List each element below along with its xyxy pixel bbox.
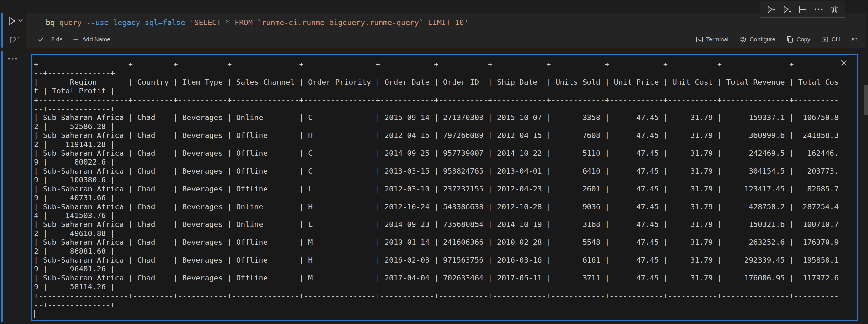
scrollbar-thumb[interactable] [864,85,868,115]
terminal-cursor [34,310,35,318]
copy-button[interactable]: Copy [786,36,810,43]
language-picker[interactable]: sh [851,36,858,43]
plus-icon [72,36,80,43]
language-label: sh [851,36,858,43]
more-actions-button[interactable] [813,4,825,15]
play-up-icon [765,4,777,15]
cli-button[interactable]: CLI [821,36,841,43]
success-check-icon [37,35,45,43]
terminal-icon [696,36,703,43]
copy-label: Copy [797,36,810,43]
output-options-button[interactable] [7,57,19,61]
execute-cell-and-below-button[interactable] [781,4,793,15]
terminal-button[interactable]: Terminal [696,36,728,43]
query-result-table: +--------------------+---------+--------… [32,55,857,318]
execute-above-button[interactable] [765,4,777,15]
ellipsis-icon [7,57,19,61]
gear-icon [739,36,747,43]
cell-focus-bar [1,13,3,48]
split-cell-icon [797,4,808,15]
play-down-icon [781,4,793,15]
play-icon [6,16,17,26]
copy-icon [786,36,794,43]
configure-button[interactable]: Configure [739,36,775,43]
command-line[interactable]: bq query --use_legacy_sql=false 'SELECT … [46,17,468,28]
terminal-label: Terminal [706,36,728,43]
table-text: +--------------------+---------+--------… [34,60,839,309]
output-focus-bar [1,51,3,322]
terminal-output[interactable]: +--------------------+---------+--------… [31,54,858,321]
run-cell-button[interactable] [6,16,17,26]
trash-icon [829,4,840,15]
execution-duration: 2.4s [51,36,62,43]
configure-label: Configure [750,36,775,43]
status-right: Terminal Configure Copy CLI [696,36,858,43]
cell-toolbar [760,1,845,17]
chevron-down-icon[interactable] [18,18,23,23]
close-icon[interactable] [839,59,848,67]
cli-bolt-icon [821,36,829,43]
add-name-button[interactable]: Add Name [72,36,111,43]
cli-label: CLI [831,36,841,43]
split-cell-button[interactable] [797,4,808,15]
status-left: 2.4s Add Name [37,35,111,43]
add-name-label: Add Name [82,36,111,43]
code-cell: bq query --use_legacy_sql=false 'SELECT … [26,12,866,48]
delete-cell-button[interactable] [829,4,840,15]
ellipsis-icon [813,4,824,15]
cell-status-bar: 2.4s Add Name Terminal Configure [37,34,858,45]
execution-count: [2] [9,36,21,44]
